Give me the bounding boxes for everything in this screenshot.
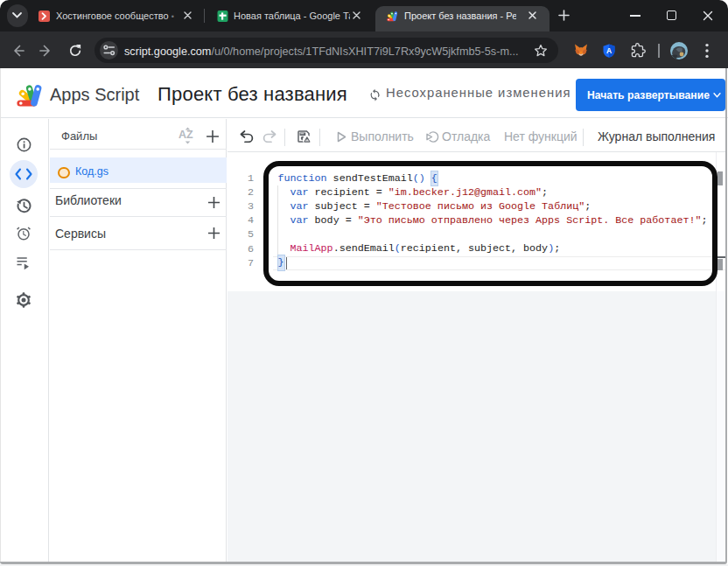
- svg-text:A: A: [606, 46, 612, 55]
